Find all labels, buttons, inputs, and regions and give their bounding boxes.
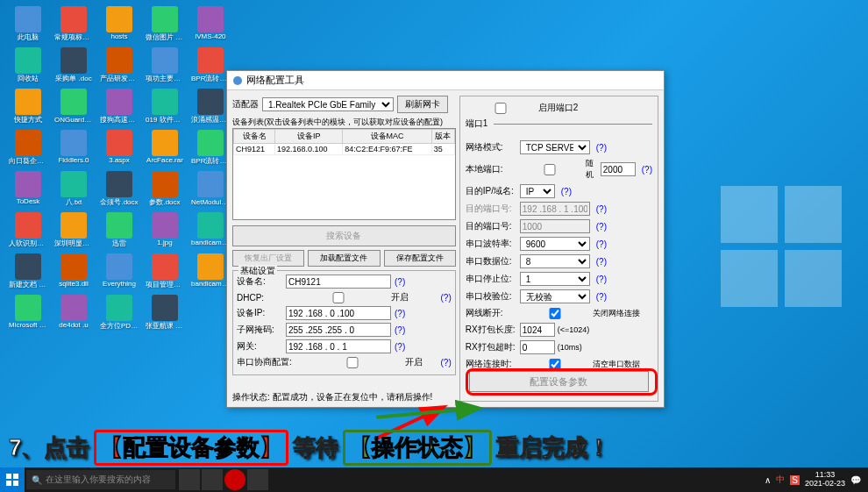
desktop-icon[interactable]: Fiddlers.0 — [53, 128, 95, 168]
basic-settings-title: 基础设置 — [238, 265, 277, 277]
config-dialog: 网络配置工具 适配器 1.Realtek PCIe GbE Family Con… — [226, 70, 665, 408]
desktop-icon[interactable]: ToDesk — [7, 169, 49, 209]
desktop-icon[interactable]: 产品研发流 程.jpg — [98, 46, 140, 85]
desktop-icon[interactable]: 八.txt — [53, 169, 95, 209]
adapter-select[interactable]: 1.Realtek PCIe GbE Family Cont — [262, 97, 394, 111]
desktop-icon[interactable]: 浪涌感温长寿 部分的报告 — [189, 87, 231, 126]
titlebar[interactable]: 网络配置工具 — [227, 71, 664, 90]
desktop-icon[interactable]: hosts — [98, 4, 140, 44]
gateway-input[interactable] — [286, 339, 391, 353]
svg-rect-7 — [6, 481, 11, 486]
port2-enable-checkbox[interactable] — [466, 103, 536, 114]
input-method-icon[interactable]: 中 — [776, 474, 785, 486]
device-name-input[interactable] — [286, 275, 391, 289]
desktop-icon[interactable]: Everything — [98, 252, 140, 291]
subnet-mask-input[interactable] — [286, 323, 391, 337]
svg-point-0 — [233, 76, 242, 85]
task-item[interactable] — [247, 469, 268, 490]
desktop-icon[interactable]: BPR流转相技 术方案 — [189, 46, 231, 85]
svg-rect-8 — [13, 481, 18, 486]
task-item[interactable] — [202, 469, 223, 490]
desktop-icon[interactable]: sqlite3.dll — [53, 252, 95, 291]
desktop-icon[interactable]: BPR流转相技 术方案.pdf — [189, 128, 231, 168]
dest-ip-input — [520, 202, 590, 216]
dialog-title: 网络配置工具 — [246, 74, 304, 87]
desktop-icon[interactable]: 张亚航课 表.doc — [144, 293, 186, 332]
clock[interactable]: 11:332021-02-23 — [805, 471, 845, 488]
desktop-icon[interactable]: 深圳明显参 .txt — [53, 210, 95, 250]
desktop-icon[interactable]: 搜狗高速浏 览器 — [98, 87, 140, 126]
search-device-button[interactable]: 搜索设备 — [232, 225, 456, 246]
status-text: 操作状态: 配置成功，设备正在复位中，请稍后操作! — [232, 391, 432, 403]
dest-ip-mode-select[interactable]: IP — [520, 184, 555, 198]
load-config-button[interactable]: 加载配置文件 — [308, 250, 380, 267]
dhcp-checkbox[interactable] — [286, 292, 391, 303]
system-tray[interactable]: ∧ 中 S 11:332021-02-23 💬 — [758, 471, 868, 488]
databits-select[interactable]: 8 — [520, 254, 590, 268]
desktop-icon[interactable]: 019 软件项目 开发的全套 — [144, 87, 186, 126]
baud-select[interactable]: 9600 — [520, 237, 590, 251]
adapter-label: 适配器 — [232, 98, 259, 111]
svg-line-4 — [376, 409, 477, 417]
table-row[interactable]: CH9121 192.168.0.100 84:C2:E4:F9:67:FE 3… — [234, 144, 455, 155]
desktop-icon[interactable]: 参数.docx — [144, 169, 186, 209]
desktop-icon[interactable]: de4dot .u — [53, 293, 95, 332]
device-list-hint: 设备列表(双击设备列表中的模块，可以获取对应设备的配置) — [232, 117, 456, 128]
device-table[interactable]: 设备名 设备IP 设备MAC 版本 CH9121 192.168.0.100 8… — [232, 128, 456, 220]
notification-icon[interactable]: 💬 — [850, 475, 861, 485]
desktop-icon[interactable]: NetModul e运动方式 — [189, 169, 231, 209]
desktop-icon[interactable]: 3.aspx — [98, 128, 140, 168]
desktop-icon[interactable]: ArcFace.rar — [144, 128, 186, 168]
task-item[interactable] — [179, 469, 200, 490]
desktop-icon[interactable]: 1.jpg — [144, 210, 186, 250]
search-input[interactable]: 🔍 在这里输入你要搜索的内容 — [26, 470, 175, 489]
svg-rect-6 — [13, 474, 18, 479]
desktop-icon[interactable]: 全方位PDF转 换器 — [98, 293, 140, 332]
desktop-icon[interactable]: 快捷方式 — [7, 87, 49, 126]
desktop-icon[interactable]: 微信图片 2021012 — [144, 4, 186, 44]
net-mode-select[interactable]: TCP SERVER — [520, 140, 590, 154]
dest-port-input — [520, 219, 590, 233]
task-item[interactable] — [224, 469, 245, 490]
desktop-icon[interactable]: 项功主要事项 新PPT.zip — [144, 46, 186, 85]
parity-select[interactable]: 无校验 — [520, 289, 590, 303]
taskbar[interactable]: 🔍 在这里输入你要搜索的内容 ∧ 中 S 11:332021-02-23 💬 — [0, 467, 868, 492]
desktop-icon[interactable]: bandicam 2021-02-2 — [189, 210, 231, 250]
instruction-caption: 7、点击 【配置设备参数】 等待 【操作状态】 重启完成！ — [9, 430, 610, 466]
input-indicator-icon[interactable]: S — [790, 475, 800, 485]
desktop-icon[interactable]: 常规项标配板 接口文档.d — [53, 4, 95, 44]
stopbits-select[interactable]: 1 — [520, 272, 590, 286]
random-port-checkbox[interactable] — [516, 164, 583, 175]
rx-len-input[interactable] — [520, 323, 555, 337]
desktop-icon[interactable]: 迅雷 — [98, 210, 140, 250]
start-button[interactable] — [0, 467, 25, 492]
serial-cfg-checkbox[interactable] — [300, 357, 405, 368]
desktop-icon[interactable]: Microsoft Edge — [7, 293, 49, 332]
desktop-icon[interactable]: 新建文档 件.txt — [7, 252, 49, 291]
desktop-icon[interactable]: 项目管理立项 提交文档模板 — [144, 252, 186, 291]
desktop-icon[interactable]: ONGuard安 装和UKey — [53, 87, 95, 126]
conn-clear-checkbox[interactable] — [520, 359, 590, 370]
device-ip-input[interactable] — [286, 306, 391, 320]
desktop-icon[interactable]: 采购单 .doc — [53, 46, 95, 85]
tray-icon[interactable]: ∧ — [765, 475, 771, 485]
svg-rect-5 — [6, 474, 11, 479]
desktop-icon[interactable]: 此电脑 — [7, 4, 49, 44]
desktop-icon[interactable]: 金须号.docx — [98, 169, 140, 209]
desktop-icon[interactable]: 回收站 — [7, 46, 49, 85]
local-port-input[interactable] — [601, 162, 636, 176]
rx-timeout-input[interactable] — [520, 340, 555, 354]
desktop-icon[interactable]: 人软识别要求 魏家永.doc — [7, 210, 49, 250]
desktop-icon[interactable]: bandicam 2021-02-2 — [189, 252, 231, 291]
refresh-nic-button[interactable]: 刷新网卡 — [397, 96, 448, 113]
desktop-icon[interactable]: iVMS-420 — [189, 4, 231, 44]
config-device-button[interactable]: 配置设备参数 — [469, 371, 649, 392]
disconn-checkbox[interactable] — [520, 308, 590, 319]
desktop-icon[interactable]: 向日葵企业版 — [7, 128, 49, 168]
save-config-button[interactable]: 保存配置文件 — [384, 250, 456, 267]
